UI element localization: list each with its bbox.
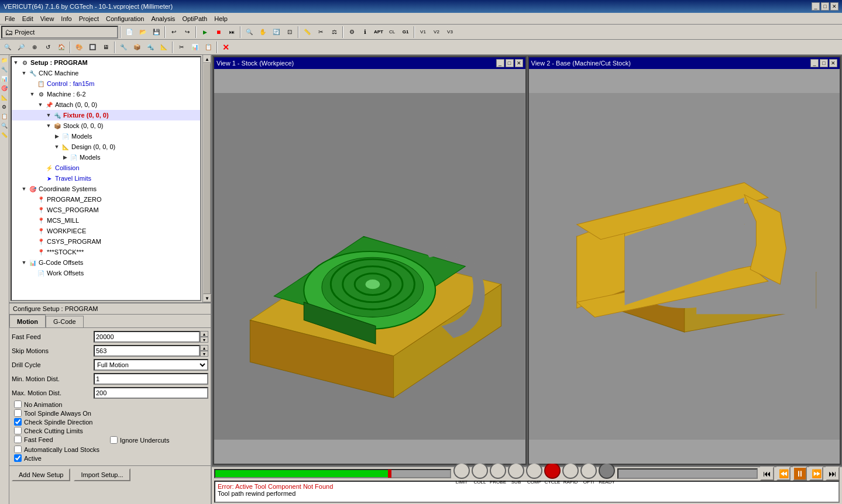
tree-expand[interactable]: ▼ [53, 144, 61, 150]
tree-item-stock-cs[interactable]: 📍 ***STOCK*** [12, 247, 200, 257]
tb-cldata[interactable]: CL [386, 26, 398, 39]
tb2-fixture[interactable]: 🔩 [144, 41, 157, 54]
tree-item-models2[interactable]: ▶ 📄 Models [12, 152, 200, 163]
tree-expand[interactable] [36, 165, 44, 171]
sidebar-icon-8[interactable]: 🔍 [0, 122, 8, 130]
tb-new[interactable]: 📄 [123, 26, 136, 39]
tree-item-coords[interactable]: ▼ 🎯 Coordinate Systems [12, 184, 200, 194]
tree-item-prog-zero[interactable]: 📍 PROGRAM_ZERO [12, 194, 200, 205]
tb2-wireframe[interactable]: 🔲 [86, 41, 99, 54]
ctrl-opti[interactable]: OPTI [580, 462, 597, 485]
tb2-display[interactable]: 🖥 [99, 41, 112, 54]
coll-btn[interactable] [472, 462, 488, 479]
rapid-btn[interactable] [562, 462, 579, 479]
tree-expand[interactable]: ▶ [53, 133, 61, 139]
tb-g1[interactable]: G1 [399, 26, 412, 39]
minimize-button[interactable]: _ [812, 2, 820, 11]
ctrl-rapid[interactable]: RAPID [562, 462, 579, 485]
tree-item-models1[interactable]: ▶ 📄 Models [12, 131, 200, 141]
tb-redo[interactable]: ↪ [181, 26, 194, 39]
tree-item-mcs[interactable]: 📍 MCS_MILL [12, 215, 200, 226]
fast-feed-down[interactable]: ▼ [200, 337, 208, 343]
tb-rotate[interactable]: 🔄 [270, 26, 283, 39]
tree-expand[interactable] [36, 175, 44, 181]
tb2-x[interactable]: ✕ [219, 41, 232, 54]
opti-btn[interactable] [580, 462, 597, 479]
tree-item-travel[interactable]: ➤ Travel Limits [12, 173, 200, 184]
tb-step[interactable]: ⏭ [225, 26, 238, 39]
tb2-stock[interactable]: 📦 [130, 41, 143, 54]
tree-expand[interactable]: ▼ [12, 60, 20, 65]
menu-project[interactable]: Project [75, 14, 102, 23]
tree-item-stock[interactable]: ▼ 📦 Stock (0, 0, 0) [12, 120, 200, 131]
tb2-zoom-in[interactable]: 🔍 [1, 41, 14, 54]
tree-expand[interactable]: ▼ [20, 70, 28, 76]
menu-configuration[interactable]: Configuration [102, 14, 147, 23]
tree-item-design[interactable]: ▼ 📐 Design (0, 0, 0) [12, 141, 200, 152]
tree-scrollbar[interactable]: ▲ ▼ [202, 55, 211, 302]
ctrl-coll[interactable]: COLL [472, 462, 488, 485]
active-checkbox[interactable] [14, 454, 22, 462]
tree-expand[interactable]: ▼ [28, 91, 36, 97]
tree-item-work-offsets[interactable]: 📄 Work Offsets [12, 268, 200, 278]
tab-gcode[interactable]: G-Code [46, 316, 84, 327]
tb-section[interactable]: ✂ [314, 26, 327, 39]
limit-btn[interactable] [453, 462, 470, 479]
sidebar-icon-4[interactable]: 🎯 [0, 84, 8, 92]
sub-btn[interactable] [508, 462, 524, 479]
sidebar-icon-6[interactable]: ⚙ [0, 103, 8, 111]
tb2-home[interactable]: 🏠 [55, 41, 68, 54]
tb-compare[interactable]: ⚖ [328, 26, 341, 39]
nav-begin[interactable]: ⏮ [760, 467, 774, 481]
view2-restore[interactable]: □ [820, 59, 828, 67]
ctrl-ready[interactable]: READY [599, 462, 615, 485]
menu-help[interactable]: Help [211, 14, 231, 23]
tree-expand[interactable]: ▶ [61, 154, 69, 160]
tb2-analysis[interactable]: 📊 [188, 41, 201, 54]
tree-item-cnc[interactable]: ▼ 🔧 CNC Machine [12, 68, 200, 78]
sidebar-icon-2[interactable]: 🔧 [0, 65, 8, 74]
tb-view2[interactable]: V2 [430, 26, 443, 39]
tree-item-setup[interactable]: ▼ ⚙ Setup : PROGRAM [12, 57, 200, 68]
view1-restore[interactable]: □ [506, 59, 514, 67]
menu-optipath[interactable]: OptiPath [178, 14, 211, 23]
ready-btn[interactable] [599, 462, 615, 479]
tree-item-control[interactable]: 📋 Control : fan15m [12, 78, 200, 89]
tree-expand[interactable]: ▼ [44, 112, 53, 118]
tree-expand[interactable]: ▼ [36, 102, 44, 108]
min-motion-input[interactable] [94, 373, 208, 385]
nav-end[interactable]: ⏭ [826, 467, 840, 481]
tb2-cut[interactable]: ✂ [175, 41, 188, 54]
tb2-report[interactable]: 📋 [202, 41, 215, 54]
tb2-fit-all[interactable]: ⊕ [28, 41, 41, 54]
view1-minimize[interactable]: _ [496, 59, 504, 67]
tb2-rotate[interactable]: ↺ [42, 41, 54, 54]
tb2-shading[interactable]: 🎨 [73, 41, 85, 54]
max-motion-input[interactable] [94, 387, 208, 399]
nav-forward[interactable]: ⏩ [809, 467, 823, 481]
nav-pause[interactable]: ⏸ [793, 467, 807, 481]
tb-fit[interactable]: ⊡ [283, 26, 296, 39]
tb-view3[interactable]: V3 [444, 26, 456, 39]
tb-save[interactable]: 💾 [150, 26, 163, 39]
tb-stop[interactable]: ⏹ [212, 26, 225, 39]
tree-expand[interactable] [28, 270, 36, 276]
scroll-down[interactable]: ▼ [203, 294, 211, 302]
sidebar-icon-9[interactable]: 📏 [0, 131, 8, 139]
tb-info[interactable]: ℹ [359, 26, 372, 39]
tb-verify[interactable]: ▶ [198, 26, 211, 39]
tree-item-gcode-offsets[interactable]: ▼ 📊 G-Code Offsets [12, 257, 200, 268]
fast-feed-input[interactable] [94, 331, 200, 343]
fast-feed-up[interactable]: ▲ [200, 331, 208, 337]
ctrl-comp[interactable]: COMP [526, 462, 542, 485]
maximize-button[interactable]: □ [821, 2, 829, 11]
project-tree[interactable]: ▼ ⚙ Setup : PROGRAM ▼ 🔧 CNC Machine 📋 [11, 56, 201, 301]
tree-expand[interactable] [28, 228, 36, 234]
tree-expand[interactable] [28, 249, 36, 255]
tb2-design[interactable]: 📐 [157, 41, 170, 54]
ctrl-sub[interactable]: SUB [508, 462, 524, 485]
skip-motions-up[interactable]: ▲ [200, 345, 208, 351]
sidebar-icon-5[interactable]: 📐 [0, 94, 8, 102]
tree-item-fixture[interactable]: ▼ 🔩 Fixture (0, 0, 0) [12, 110, 200, 120]
menu-analysis[interactable]: Analysis [147, 14, 178, 23]
